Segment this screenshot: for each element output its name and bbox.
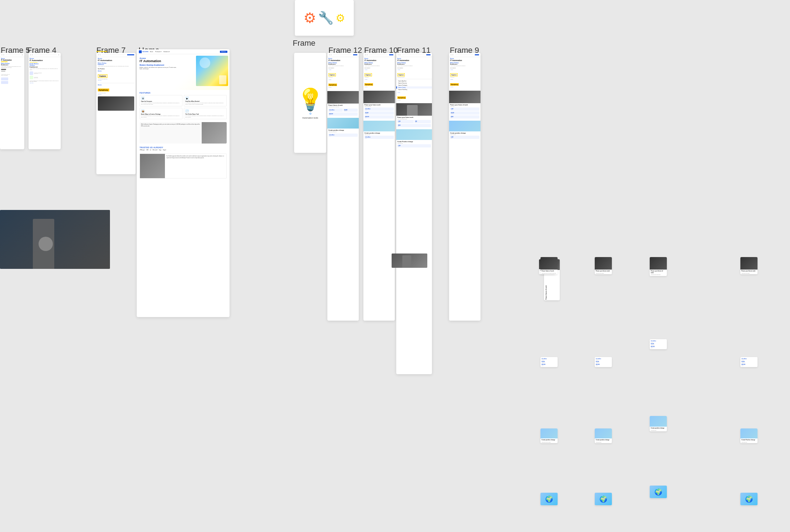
f12-power-section: Power future of work Lorem ipsum text fo… (327, 91, 359, 116)
f9-create-section: Create positive change Lorem ipsum text.… (449, 121, 480, 140)
feature-trail-icon: 📄 (185, 109, 189, 113)
frame11-card: Access IT Automation Modern Desktop Enab… (396, 53, 432, 374)
vstrip2-stats: 1.8 million devices 68,000 installations… (595, 357, 612, 367)
hero-desc: Analyse, optimise, and enhance user expe… (140, 67, 179, 70)
packaging-photo (202, 122, 227, 144)
lightbulb-icon: 💡 (297, 87, 324, 112)
f11-sidebar-items: Capture AppScan Capture Discovery Captur… (396, 79, 432, 91)
vstrip2-create: Create positive change (596, 439, 611, 441)
trusted-title: TRUSTED US ALREADY (137, 145, 230, 149)
feature-trail: 📄 The Perfect Paper Trail The Automation… (184, 108, 227, 119)
frame4-card: Access IT Automation Enable Modern Deskt… (29, 53, 61, 149)
f5-title: IT Automation (1, 59, 23, 61)
f10-create-section: Create positive change Lorem ipsum text.… (363, 121, 395, 140)
nav-solutions[interactable]: Solutions ▾ (163, 51, 170, 52)
feature-create-title: Easier Ways to Create a Package (141, 114, 181, 115)
vstrip-1-create: Create positive change Lorem ipsum text … (540, 428, 558, 443)
packaging-desc: With the Access Capture Packaging module… (141, 124, 200, 127)
logo-sage: Sage (159, 149, 161, 151)
create-illus-3: 🌍 (650, 486, 667, 498)
vstrip-3: Power your future of work Lorem ipsum te… (650, 257, 667, 276)
f12-create-title: Create positive change (328, 129, 358, 131)
f12-capture: Capture (328, 73, 336, 76)
f11-power-section: Power your future work Lorem ipsum conte… (396, 103, 432, 128)
bottom-photo (140, 154, 165, 178)
vstrip3-power: Power your future of work (651, 270, 666, 273)
gear-illustration: ⚙ 🔧 ⚙ (303, 10, 345, 26)
person-photo (0, 210, 110, 269)
home-hero: Access IT Automation Modern Desktop Enab… (137, 54, 230, 90)
f12-power-title: Power future of work (328, 104, 358, 106)
logo-ubs: UBS (146, 149, 149, 151)
vstrip-4-create: Create Positive change Lorem ipsum text. (740, 428, 758, 443)
frame7-accent (96, 51, 107, 52)
bottom-section: Our flexible approach allows this module… (140, 154, 227, 179)
home-card: ACCESS Home Products ▾ Solutions ▾ Acces… (137, 49, 230, 317)
vstrip-1: Power future of work Lorem ipsum text fo… (540, 257, 558, 274)
vstrip1-stats: 1.8 million devices 68,000 installations… (540, 357, 558, 367)
feature-run: ▶ Only Run When Needed The Automation in… (184, 95, 227, 106)
vstrip1-create: Create positive change (542, 439, 557, 441)
feature-open: ⚙ Open for Everyone The Automation intel… (140, 95, 182, 106)
frame10-card: Access IT Automation Modern Desktop Enab… (363, 53, 395, 321)
logo-sogeti: Sogeti (163, 149, 166, 151)
vstrip-3-create: Create positive change Lorem ipsum text. (650, 416, 667, 431)
nav-home[interactable]: Home (150, 51, 153, 52)
create-illus-1: 🌍 (540, 493, 558, 505)
feature-create: 📦 Easier Ways to Create a Package The Au… (140, 108, 182, 119)
f4-title: IT Automation (30, 59, 60, 62)
f11-item-publishing[interactable]: Capture Publishing (396, 89, 432, 91)
f12-title: IT Automation (328, 59, 358, 61)
frame7-card: Access IT Automation Modern Desktop Enab… (96, 53, 136, 174)
feature-create-icon: 📦 (141, 109, 145, 113)
feature-run-icon: ▶ (185, 96, 189, 100)
vstrip-4: Power your future work Lorem ipsum text … (740, 257, 758, 274)
frame12-card: Access IT Automation Modern Desktop Enab… (327, 53, 359, 321)
f12-create-section: Create positive change Lorem ipsum conte… (327, 118, 359, 137)
logo-att: att (150, 149, 151, 151)
feature-create-desc: The Automation intelligence can be struc… (141, 115, 181, 118)
f7-title: IT Automation (98, 59, 134, 62)
vstrip3-stats: 1.8 million devices 68,000 installations… (650, 339, 667, 349)
f11-power-photo (392, 254, 427, 268)
feature-run-title: Only Run When Needed (185, 101, 225, 102)
vstrip3-create: Create positive change (651, 427, 666, 429)
vstrip-2: Power your future work Lorem ipsum text … (595, 257, 612, 274)
vstrip2-power: Power your future work (596, 270, 611, 272)
f11-create-section: Create Positive change Lorem ipsum text.… (396, 129, 432, 148)
logo-microsoft: Microsoft (153, 149, 158, 151)
frame5-card: Access IT Automation Modern Desktop Enab… (0, 53, 24, 149)
vstrip4-create: Create Positive change (741, 439, 756, 441)
logo-jpmorgan: JPMorgan (140, 149, 145, 151)
hero-title: IT Automation (140, 59, 182, 63)
vstrip1-power: Power future of work (542, 270, 557, 272)
f12-symphony: Symphony (328, 84, 337, 86)
feature-trail-desc: The Automation intelligence can be struc… (185, 115, 225, 118)
frame-top-label: Frame (293, 39, 316, 48)
bottom-text: Our flexible approach allows this module… (165, 154, 226, 178)
feature-open-desc: The Automation intelligence can be struc… (141, 102, 181, 105)
top-illustration-card: ⚙ 🔧 ⚙ (295, 0, 354, 36)
nav-products[interactable]: Products ▾ (155, 51, 161, 52)
packaging-section: With the Access Capture Packaging module… (140, 122, 227, 144)
feature-run-desc: The Automation intelligence will only ru… (185, 102, 225, 105)
create-illus-4: 🌍 (740, 493, 758, 505)
vstrip-2-create: Create positive change Lorem ipsum text. (595, 428, 612, 443)
create-illus-2: 🌍 (595, 493, 612, 505)
canvas: Frame 5 Frame 4 Frame 7 Home Frame Frame… (0, 0, 790, 532)
f10-power-section: Power your future work Lorem ipsum conte… (363, 91, 395, 119)
feature-trail-title: The Perfect Paper Trail (185, 114, 225, 115)
features-title: FEATURES (137, 90, 230, 95)
frame9-card: Access IT Automation Modern Desktop Enab… (449, 53, 480, 321)
nav-cta-btn[interactable]: Access ▸ (220, 51, 227, 53)
logos-row: JPMorgan UBS att Microsoft Sage Sogeti (137, 149, 230, 152)
f9-power-section: Power your future of work Lorem ipsum. 1… (449, 91, 480, 119)
f10-title: IT Automation (364, 59, 394, 61)
feature-open-title: Open for Everyone (141, 101, 181, 102)
lightbulb-card: 💡 ⚙ Automation tools (294, 53, 326, 153)
home-nav: ACCESS Home Products ▾ Solutions ▾ Acces… (137, 49, 230, 54)
feature-open-icon: ⚙ (141, 96, 145, 100)
vstrip4-power: Power your future work (741, 270, 756, 272)
hero-illustration (196, 56, 228, 86)
packaging-text: With the Access Capture Packaging module… (140, 122, 202, 144)
